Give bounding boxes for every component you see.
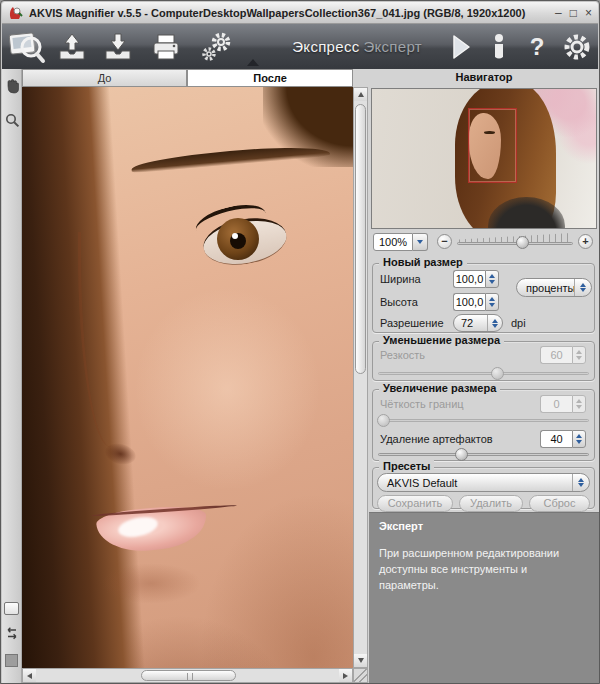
resolution-spinner[interactable]	[487, 315, 502, 331]
navigator-title: Навигатор	[369, 71, 599, 83]
zoom-combobox[interactable]: 100%	[373, 233, 428, 251]
tab-expert-mode[interactable]: Эксперт	[360, 27, 425, 67]
gear-icon	[562, 32, 592, 62]
sharpness-value: 60	[540, 346, 572, 364]
app-logo-button[interactable]	[2, 27, 49, 67]
magnifier-logo-icon	[5, 29, 47, 65]
height-value[interactable]: 100,0	[453, 293, 485, 311]
group-presets-title: Пресеты	[379, 460, 434, 472]
height-label: Высота	[380, 296, 418, 308]
zoom-controls: 100% − +	[369, 232, 599, 252]
units-combobox[interactable]: проценты	[516, 278, 592, 297]
preset-combobox[interactable]: AKVIS Default	[377, 473, 590, 492]
zoom-dropdown-button[interactable]	[413, 233, 428, 251]
group-upsize: Увеличение размера Чёткость границ 0 Уда…	[372, 389, 595, 461]
zoom-in-button[interactable]: +	[578, 234, 593, 249]
navigator-thumbnail[interactable]	[371, 88, 597, 229]
app-icon	[8, 5, 24, 21]
group-downsize-title: Уменьшение размера	[379, 334, 504, 346]
reset-preset-button[interactable]: Сброс	[529, 495, 590, 512]
view-tabs: До После	[22, 69, 353, 87]
zoom-value: 100%	[373, 233, 413, 251]
preset-spinner[interactable]	[572, 474, 589, 491]
open-icon	[55, 31, 89, 63]
edge-sharpness-slider-handle	[377, 414, 390, 427]
background-swatch[interactable]	[5, 654, 18, 667]
print-icon	[149, 31, 183, 63]
close-button[interactable]: ×	[585, 7, 592, 19]
maximize-button[interactable]: □	[570, 7, 577, 19]
width-label: Ширина	[380, 273, 421, 285]
help-button[interactable]: ?	[518, 27, 556, 67]
express-mode-label: Экспресс	[292, 38, 359, 55]
open-image-button[interactable]	[49, 27, 94, 67]
preferences-button[interactable]	[556, 27, 598, 67]
hint-area: Эксперт При расширенном редактировании д…	[369, 512, 599, 683]
zoom-slider-handle[interactable]	[516, 236, 529, 249]
title-bar[interactable]: AKVIS Magnifier v.5.5 - ComputerDesktopW…	[2, 2, 598, 23]
height-field[interactable]: 100,0	[453, 293, 499, 311]
group-upsize-title: Увеличение размера	[379, 382, 500, 394]
edge-sharpness-field: 0	[540, 395, 586, 413]
hint-text: При расширенном редактировании доступны …	[379, 546, 589, 594]
save-icon	[101, 31, 135, 63]
units-spinner[interactable]	[574, 279, 591, 296]
sharpness-spinner	[572, 346, 586, 364]
resolution-combobox[interactable]: 72	[453, 314, 503, 332]
preset-selected: AKVIS Default	[378, 477, 572, 489]
toolbar-collapse-handle[interactable]	[247, 59, 259, 66]
info-icon	[491, 33, 507, 61]
artifact-removal-slider-handle[interactable]	[455, 448, 468, 461]
vertical-scroll-thumb[interactable]	[355, 104, 366, 374]
scroll-up-button[interactable]	[354, 88, 367, 101]
resize-grip[interactable]	[353, 668, 368, 683]
group-presets: Пресеты AKVIS Default Сохранить Удалить …	[372, 467, 595, 509]
horizontal-scroll-thumb[interactable]	[141, 670, 236, 681]
minimize-button[interactable]: –	[555, 7, 562, 19]
svg-text:?: ?	[530, 33, 545, 60]
tab-after[interactable]: После	[187, 69, 353, 87]
sharpness-slider-handle	[491, 367, 504, 380]
about-button[interactable]	[480, 27, 518, 67]
group-new-size-title: Новый размер	[379, 256, 467, 268]
print-button[interactable]	[142, 27, 191, 67]
sharpness-field: 60	[540, 346, 586, 364]
tab-express-mode[interactable]: Экспресс	[292, 27, 360, 67]
photo-after-view	[22, 87, 353, 668]
artifact-removal-value[interactable]: 40	[540, 430, 572, 448]
eye-region	[191, 200, 294, 287]
quick-preview-swatch[interactable]	[4, 602, 19, 615]
sharpness-slider	[378, 367, 589, 381]
swap-views-button[interactable]	[3, 624, 21, 642]
group-new-size: Новый размер Ширина 100,0 проценты Высот…	[372, 263, 595, 333]
zoom-out-button[interactable]: −	[437, 234, 452, 249]
delete-preset-button[interactable]: Удалить	[459, 495, 523, 512]
artifact-removal-label: Удаление артефактов	[380, 433, 493, 445]
scroll-left-button[interactable]	[23, 669, 36, 682]
artifact-removal-field[interactable]: 40	[540, 430, 586, 448]
artifact-removal-spinner[interactable]	[572, 430, 586, 448]
save-preset-button[interactable]: Сохранить	[377, 495, 453, 512]
scroll-down-button[interactable]	[354, 654, 367, 667]
navigator-view-frame[interactable]	[468, 108, 517, 182]
edge-sharpness-spinner	[572, 395, 586, 413]
height-spinner[interactable]	[485, 293, 499, 311]
batch-processing-button[interactable]	[191, 27, 242, 67]
pan-tool-button[interactable]	[3, 77, 21, 95]
vertical-scrollbar[interactable]	[353, 87, 368, 668]
magnifier-icon	[5, 113, 20, 128]
zoom-tool-button[interactable]	[3, 111, 21, 129]
resolution-value: 72	[454, 317, 487, 329]
play-icon	[450, 34, 472, 60]
width-spinner[interactable]	[485, 270, 499, 288]
horizontal-scrollbar[interactable]	[22, 668, 353, 683]
tab-before[interactable]: До	[22, 69, 187, 87]
zoom-slider[interactable]	[457, 233, 573, 249]
scroll-right-button[interactable]	[339, 669, 352, 682]
run-processing-button[interactable]	[442, 27, 480, 67]
width-field[interactable]: 100,0	[453, 270, 499, 288]
width-value[interactable]: 100,0	[453, 270, 485, 288]
save-image-button[interactable]	[95, 27, 142, 67]
image-viewport[interactable]	[22, 87, 353, 668]
resolution-label: Разрешение	[380, 317, 444, 329]
